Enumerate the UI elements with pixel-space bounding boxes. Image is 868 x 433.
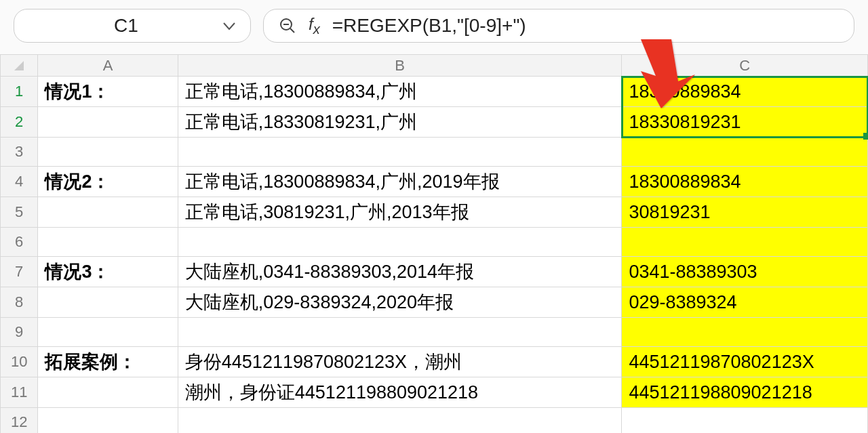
table-row: 12 — [1, 408, 868, 434]
table-row: 6 — [1, 228, 868, 257]
cell[interactable]: 潮州，身份证445121198809021218 — [178, 377, 622, 408]
cell[interactable] — [38, 408, 178, 434]
row-header[interactable]: 10 — [1, 347, 38, 377]
col-header-B[interactable]: B — [178, 55, 622, 77]
cell[interactable] — [622, 138, 868, 167]
row-header[interactable]: 6 — [1, 228, 38, 257]
cell[interactable] — [178, 318, 622, 347]
table-row: 8大陆座机,029-8389324,2020年报029-8389324 — [1, 287, 868, 318]
cell[interactable] — [38, 318, 178, 347]
table-row: 1情况1：正常电话,18300889834,广州18300889834 — [1, 77, 868, 107]
cell[interactable] — [38, 377, 178, 408]
cell[interactable] — [622, 318, 868, 347]
row-header[interactable]: 2 — [1, 107, 38, 138]
cell[interactable]: 18300889834 — [622, 77, 868, 107]
cell[interactable]: 情况1： — [38, 77, 178, 107]
select-all-corner[interactable] — [1, 55, 38, 77]
cell[interactable]: 18300889834 — [622, 167, 868, 197]
table-row: 3 — [1, 138, 868, 167]
cell[interactable]: 情况2： — [38, 167, 178, 197]
toolbar: C1 fx — [0, 0, 868, 54]
row-header[interactable]: 12 — [1, 408, 38, 434]
name-box[interactable]: C1 — [14, 9, 251, 43]
cell[interactable]: 正常电话,30819231,广州,2013年报 — [178, 197, 622, 228]
formula-bar: fx — [263, 9, 854, 43]
cell[interactable]: 44512119870802123X — [622, 347, 868, 377]
chevron-down-icon[interactable] — [223, 18, 235, 34]
cell[interactable] — [38, 228, 178, 257]
spreadsheet: A B C 1情况1：正常电话,18300889834,广州1830088983… — [0, 54, 868, 433]
column-headers-row: A B C — [1, 55, 868, 77]
row-header[interactable]: 4 — [1, 167, 38, 197]
cell[interactable]: 0341-88389303 — [622, 257, 868, 287]
cell[interactable] — [38, 138, 178, 167]
cell[interactable]: 身份44512119870802123X，潮州 — [178, 347, 622, 377]
table-row: 2正常电话,18330819231,广州18330819231 — [1, 107, 868, 138]
cell[interactable] — [38, 107, 178, 138]
row-header[interactable]: 1 — [1, 77, 38, 107]
table-row: 11潮州，身份证44512119880902121844512119880902… — [1, 377, 868, 408]
table-row: 5正常电话,30819231,广州,2013年报30819231 — [1, 197, 868, 228]
table-row: 10拓展案例：身份44512119870802123X，潮州4451211987… — [1, 347, 868, 377]
row-header[interactable]: 9 — [1, 318, 38, 347]
cell[interactable]: 正常电话,18300889834,广州 — [178, 77, 622, 107]
formula-input[interactable] — [332, 15, 839, 37]
row-header[interactable]: 3 — [1, 138, 38, 167]
cell[interactable] — [38, 287, 178, 318]
cell[interactable]: 18330819231 — [622, 107, 868, 138]
cell[interactable]: 正常电话,18330819231,广州 — [178, 107, 622, 138]
cell[interactable] — [178, 228, 622, 257]
fx-icon[interactable]: fx — [309, 15, 320, 37]
table-row: 9 — [1, 318, 868, 347]
cell[interactable] — [622, 408, 868, 434]
col-header-A[interactable]: A — [38, 55, 178, 77]
grid[interactable]: A B C 1情况1：正常电话,18300889834,广州1830088983… — [0, 54, 868, 433]
zoom-out-icon[interactable] — [279, 17, 296, 35]
cell[interactable]: 拓展案例： — [38, 347, 178, 377]
col-header-C[interactable]: C — [622, 55, 868, 77]
cell-reference: C1 — [29, 15, 223, 37]
cell[interactable]: 30819231 — [622, 197, 868, 228]
cell[interactable]: 大陆座机,029-8389324,2020年报 — [178, 287, 622, 318]
cell[interactable] — [38, 197, 178, 228]
cell[interactable] — [178, 408, 622, 434]
cell[interactable]: 情况3： — [38, 257, 178, 287]
cell[interactable] — [622, 228, 868, 257]
cell[interactable]: 029-8389324 — [622, 287, 868, 318]
svg-line-2 — [290, 28, 294, 33]
table-row: 7情况3：大陆座机,0341-88389303,2014年报0341-88389… — [1, 257, 868, 287]
cell[interactable] — [178, 138, 622, 167]
table-row: 4情况2：正常电话,18300889834,广州,2019年报183008898… — [1, 167, 868, 197]
row-header[interactable]: 7 — [1, 257, 38, 287]
row-header[interactable]: 11 — [1, 377, 38, 408]
row-header[interactable]: 8 — [1, 287, 38, 318]
cell[interactable]: 445121198809021218 — [622, 377, 868, 408]
row-header[interactable]: 5 — [1, 197, 38, 228]
cell[interactable]: 正常电话,18300889834,广州,2019年报 — [178, 167, 622, 197]
cell[interactable]: 大陆座机,0341-88389303,2014年报 — [178, 257, 622, 287]
